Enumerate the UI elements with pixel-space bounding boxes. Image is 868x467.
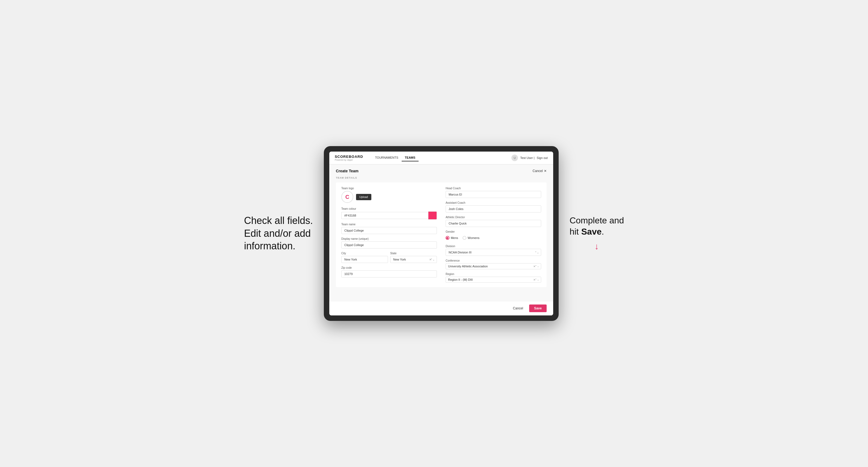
brand-logo: SCOREBOARD Powered by clippd bbox=[335, 155, 363, 161]
gender-group: Gender Mens Womens bbox=[445, 230, 541, 242]
tablet-screen: SCOREBOARD Powered by clippd TOURNAMENTS… bbox=[329, 152, 553, 315]
state-clear-icon[interactable]: ✕ bbox=[429, 258, 431, 261]
conference-wrapper: University Athletic Association ✕ ⌃⌄ bbox=[445, 263, 541, 269]
section-label: TEAM DETAILS bbox=[336, 177, 547, 179]
display-name-input[interactable] bbox=[341, 242, 437, 249]
team-name-label: Team name bbox=[341, 223, 437, 226]
close-icon: ✕ bbox=[544, 169, 547, 173]
gender-womens-option[interactable]: Womens bbox=[463, 236, 479, 240]
cancel-top-link[interactable]: Cancel ✕ bbox=[533, 169, 547, 173]
annotation-line2: Edit and/or add bbox=[244, 228, 311, 239]
annotation-line1: Check all fields. bbox=[244, 215, 313, 226]
state-select-wrapper: New York ✕ ⌃⌄ bbox=[390, 256, 437, 263]
left-annotation: Check all fields. Edit and/or add inform… bbox=[244, 214, 313, 253]
right-annotation: Complete and hit Save. ↓ bbox=[569, 215, 624, 252]
conference-value: University Athletic Association bbox=[448, 264, 533, 268]
region-value: Region II - (M) DIII bbox=[448, 278, 533, 281]
city-state-group: City State New York bbox=[341, 252, 437, 263]
assistant-coach-input[interactable] bbox=[445, 206, 541, 213]
gender-mens-option[interactable]: Mens bbox=[445, 236, 458, 240]
state-label: State bbox=[390, 252, 437, 255]
color-input-row bbox=[341, 211, 437, 220]
brand-subtitle: Powered by clippd bbox=[335, 159, 363, 161]
cancel-button[interactable]: Cancel bbox=[510, 305, 526, 312]
nav-tournaments[interactable]: TOURNAMENTS bbox=[372, 154, 402, 161]
save-button[interactable]: Save bbox=[529, 305, 547, 312]
conference-group: Conference University Athletic Associati… bbox=[445, 259, 541, 269]
region-group: Region Region II - (M) DIII ✕ ⌃⌄ bbox=[445, 273, 541, 283]
gender-womens-label: Womens bbox=[468, 236, 479, 240]
city-input[interactable] bbox=[341, 256, 388, 263]
city-state-row: City State New York bbox=[341, 252, 437, 263]
gender-mens-label: Mens bbox=[451, 236, 458, 240]
logo-letter: C bbox=[345, 194, 349, 200]
annotation-line3: information. bbox=[244, 240, 296, 251]
division-select-wrapper: NCAA Division III ⌃⌄ bbox=[445, 249, 541, 256]
team-colour-input[interactable] bbox=[341, 212, 428, 219]
user-avatar: U bbox=[512, 155, 518, 161]
region-wrapper: Region II - (M) DIII ✕ ⌃⌄ bbox=[445, 277, 541, 283]
form-section: Team logo C Upload Team colo bbox=[336, 182, 547, 287]
region-label: Region bbox=[445, 273, 541, 276]
conference-label: Conference bbox=[445, 259, 541, 262]
assistant-coach-group: Assistant Coach bbox=[445, 201, 541, 213]
gender-womens-radio[interactable] bbox=[463, 236, 466, 240]
display-name-label: Display name (unique) bbox=[341, 237, 437, 240]
nav-links: TOURNAMENTS TEAMS bbox=[372, 154, 505, 161]
conference-arrows-icon: ⌃⌄ bbox=[535, 265, 539, 268]
division-group: Division NCAA Division III ⌃⌄ bbox=[445, 245, 541, 256]
team-name-input[interactable] bbox=[341, 227, 437, 234]
team-colour-label: Team colour bbox=[341, 207, 437, 210]
logo-area: C Upload bbox=[341, 191, 437, 203]
annotation-save-bold: Save bbox=[581, 227, 602, 237]
arrow-down-icon: ↓ bbox=[569, 241, 624, 252]
form-left: Team logo C Upload Team colo bbox=[341, 187, 437, 283]
annotation-right-line1: Complete and bbox=[569, 216, 624, 225]
assistant-coach-label: Assistant Coach bbox=[445, 201, 541, 204]
logo-circle: C bbox=[341, 191, 353, 203]
team-name-group: Team name bbox=[341, 223, 437, 234]
form-right: Head Coach Assistant Coach Athletic Dire… bbox=[445, 187, 541, 283]
display-name-group: Display name (unique) bbox=[341, 237, 437, 249]
head-coach-label: Head Coach bbox=[445, 187, 541, 190]
tablet-frame: SCOREBOARD Powered by clippd TOURNAMENTS… bbox=[324, 146, 559, 321]
zip-label: Zip code bbox=[341, 266, 437, 269]
zip-code-group: Zip code bbox=[341, 266, 437, 277]
form-footer: Cancel Save bbox=[329, 301, 553, 315]
annotation-right-line2: hit bbox=[569, 227, 581, 237]
city-group: City bbox=[341, 252, 388, 263]
form-grid: Team logo C Upload Team colo bbox=[341, 187, 541, 283]
nav-teams[interactable]: TEAMS bbox=[402, 154, 419, 161]
team-colour-group: Team colour bbox=[341, 207, 437, 220]
page-header: Create Team Cancel ✕ bbox=[336, 169, 547, 173]
cancel-top-label: Cancel bbox=[533, 169, 543, 173]
athletic-director-label: Athletic Director bbox=[445, 216, 541, 219]
upload-button[interactable]: Upload bbox=[356, 194, 371, 200]
athletic-director-group: Athletic Director bbox=[445, 216, 541, 227]
team-logo-label: Team logo bbox=[341, 187, 437, 190]
user-name: Test User | bbox=[520, 156, 534, 159]
city-label: City bbox=[341, 252, 388, 255]
page-title: Create Team bbox=[336, 169, 359, 173]
gender-label: Gender bbox=[445, 230, 541, 233]
gender-mens-radio[interactable] bbox=[445, 236, 450, 240]
nav-right: U Test User | Sign out bbox=[512, 155, 548, 161]
team-logo-group: Team logo C Upload bbox=[341, 187, 437, 204]
region-arrows-icon: ⌃⌄ bbox=[535, 278, 539, 281]
color-swatch[interactable] bbox=[428, 211, 437, 220]
sign-out-link[interactable]: Sign out bbox=[537, 156, 548, 159]
navbar: SCOREBOARD Powered by clippd TOURNAMENTS… bbox=[329, 152, 553, 164]
brand-title: SCOREBOARD bbox=[335, 155, 363, 159]
division-select[interactable]: NCAA Division III bbox=[445, 249, 541, 256]
division-label: Division bbox=[445, 245, 541, 248]
page-content: Create Team Cancel ✕ TEAM DETAILS Team l… bbox=[329, 164, 553, 301]
athletic-director-input[interactable] bbox=[445, 220, 541, 227]
head-coach-group: Head Coach bbox=[445, 187, 541, 198]
gender-radio-group: Mens Womens bbox=[445, 234, 541, 242]
annotation-right-end: . bbox=[601, 227, 604, 237]
zip-input[interactable] bbox=[341, 270, 437, 277]
head-coach-input[interactable] bbox=[445, 191, 541, 198]
state-group: State New York ✕ ⌃⌄ bbox=[390, 252, 437, 263]
